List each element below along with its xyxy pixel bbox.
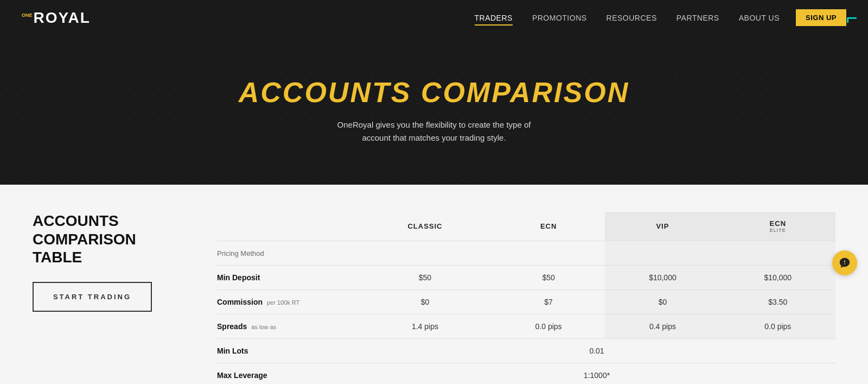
navbar: ONE ROYAL TRADERS PROMOTIONS RESOURCES P… [0,0,868,35]
feature-label: Spreads as low as [217,314,358,339]
vip-value: 0.4 pips [605,314,720,339]
ecn-value [492,241,605,266]
nav-item-traders[interactable]: TRADERS [475,13,513,23]
classic-value: 1.4 pips [358,314,492,339]
feature-label: Pricing Method [217,241,358,266]
table-row: Min Lots 0.01 [217,339,835,363]
main-content: ACCOUNTS COMPARISON TABLE START TRADING … [0,185,868,384]
logo-one: ONE [22,13,33,18]
shared-value: 1:1000* [358,363,835,385]
ecn-elite-value: $3.50 [720,290,835,314]
feature-label: Min Lots [217,339,358,363]
comparison-table: CLASSIC ECN VIP ECNELITE Pricing Method … [217,212,835,384]
hero-section: ACCOUNTS COMPARISON OneRoyal gives you t… [0,35,868,185]
table-row: Min Deposit $50 $50 $10,000 $10,000 [217,266,835,290]
feature-label: Min Deposit [217,266,358,290]
ecn-elite-value [720,241,835,266]
table-header-row: CLASSIC ECN VIP ECNELITE [217,212,835,241]
feature-label: Max Leverage [217,363,358,385]
nav-link-resources[interactable]: RESOURCES [607,14,657,24]
vip-value [605,241,720,266]
sidebar: ACCOUNTS COMPARISON TABLE START TRADING [33,212,174,384]
logo[interactable]: ONE ROYAL [22,9,91,27]
classic-value: $0 [358,290,492,314]
feature-label: Commission per 100k RT [217,290,358,314]
table-row: Spreads as low as 1.4 pips 0.0 pips 0.4 … [217,314,835,339]
col-header-vip: VIP [605,212,720,241]
nav-item-promotions[interactable]: PROMOTIONS [532,13,587,23]
vip-value: $0 [605,290,720,314]
vip-value: $10,000 [605,266,720,290]
chat-icon [839,257,851,269]
nav-link-about[interactable]: ABOUT US [739,14,780,24]
ecn-elite-value: $10,000 [720,266,835,290]
corner-bracket-icon: ⌐ [835,0,868,35]
ecn-value: $50 [492,266,605,290]
col-header-feature [217,212,358,241]
shared-value: 0.01 [358,339,835,363]
col-header-ecn-elite: ECNELITE [720,212,835,241]
hero-title: ACCOUNTS COMPARISON [239,76,629,109]
ecn-value: $7 [492,290,605,314]
ecn-elite-value: 0.0 pips [720,314,835,339]
classic-value [358,241,492,266]
start-trading-button[interactable]: START TRADING [33,282,152,312]
table-row: Commission per 100k RT $0 $7 $0 $3.50 [217,290,835,314]
nav-link-partners[interactable]: PARTNERS [676,14,719,24]
nav-item-about[interactable]: ABOUT US [739,13,780,23]
ecn-value: 0.0 pips [492,314,605,339]
hero-subtitle: OneRoyal gives you the flexibility to cr… [337,118,531,144]
col-header-ecn: ECN [492,212,605,241]
nav-item-partners[interactable]: PARTNERS [676,13,719,23]
col-header-classic: CLASSIC [358,212,492,241]
nav-links: TRADERS PROMOTIONS RESOURCES PARTNERS AB… [475,13,780,23]
sidebar-title: ACCOUNTS COMPARISON TABLE [33,212,174,267]
chat-button[interactable] [832,250,857,275]
table-row: Max Leverage 1:1000* [217,363,835,385]
logo-royal: ROYAL [34,9,91,27]
table-row: Pricing Method [217,241,835,266]
nav-link-traders[interactable]: TRADERS [475,14,513,26]
nav-link-promotions[interactable]: PROMOTIONS [532,14,587,24]
nav-item-resources[interactable]: RESOURCES [607,13,657,23]
classic-value: $50 [358,266,492,290]
